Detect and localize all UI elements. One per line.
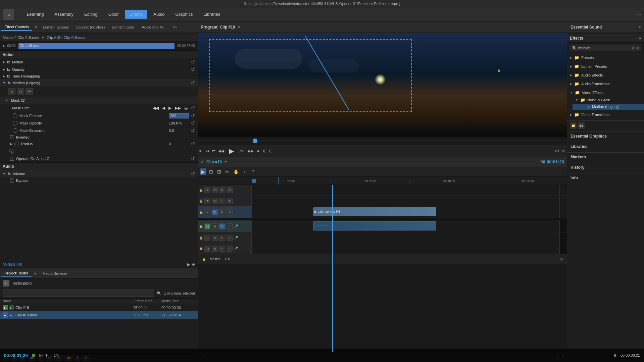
ctrl-expand[interactable]: >>	[555, 149, 559, 153]
v3-eye-btn[interactable]: 👁	[204, 187, 210, 193]
operate-on-alpha-reset[interactable]: ↺	[191, 156, 195, 161]
project-menu-icon[interactable]: ≡	[32, 270, 38, 277]
effects-search-clear[interactable]: ✕	[632, 46, 635, 50]
a3-s-btn[interactable]: S	[227, 246, 233, 252]
effects-search-input[interactable]	[578, 46, 630, 50]
ctrl-overwrite[interactable]: ⊟	[269, 149, 273, 153]
monitor-scrubber[interactable]	[198, 137, 567, 145]
opacity-reset[interactable]: ↺	[191, 67, 195, 72]
timeline-menu-icon[interactable]: ≡	[225, 160, 227, 164]
v1-lock-icon[interactable]: 🔒	[199, 211, 203, 214]
mask-ellipse-tool[interactable]: ○	[8, 88, 15, 95]
mask-rect-tool[interactable]: □	[17, 88, 24, 95]
a2-sync-btn[interactable]: ⊞	[212, 235, 218, 241]
ec-clip-bar[interactable]: Clip #19.mov	[18, 43, 175, 49]
folder-noise-grain-row[interactable]: ▼ 📁 Noise & Grain	[573, 96, 644, 104]
tab-audio[interactable]: Audio	[149, 10, 169, 19]
v3-eye2-btn[interactable]: 👁	[227, 187, 233, 193]
mask-next-frame[interactable]: ▶▶	[174, 105, 182, 111]
a3-m-btn[interactable]: M	[219, 246, 225, 252]
project-search-icon[interactable]: 🔍	[157, 291, 161, 296]
ctrl-step-back[interactable]: ⏮	[205, 149, 209, 153]
effect-controls-menu-icon[interactable]: ≡	[33, 24, 39, 31]
ctrl-add[interactable]: ⊕	[562, 149, 565, 153]
timeline-close-icon[interactable]: ✕	[201, 160, 204, 164]
operate-on-alpha-checkbox[interactable]	[10, 157, 14, 161]
folder-video-transitions-row[interactable]: ▶ 📁 Video Transitions	[567, 111, 644, 118]
libraries-title[interactable]: Libraries	[567, 142, 644, 151]
mask-pen-tool[interactable]: ✏	[26, 88, 33, 95]
mask-feather-reset[interactable]: ↺	[191, 113, 195, 118]
clip-link[interactable]: Clip #19 • Clip #19.mov	[47, 36, 85, 40]
v1-eye-btn[interactable]: 👁	[204, 209, 210, 215]
a2-btn[interactable]: A2	[204, 235, 210, 241]
v3-sync-btn[interactable]: ⊞	[219, 187, 225, 193]
timeline-current-timecode[interactable]: 00:00:01:20	[540, 159, 564, 164]
tab-color[interactable]: Color	[104, 10, 123, 19]
tab-effects[interactable]: Effects	[125, 10, 148, 19]
opacity-header[interactable]: ▶ fx Opacity ↺	[0, 66, 198, 73]
bypass-row[interactable]: Bypass	[0, 177, 198, 184]
folder-audio-transitions-row[interactable]: ▶ 📁 Audio Transitions	[567, 80, 644, 88]
ctrl-play[interactable]: ▶	[227, 146, 236, 156]
mask-add-keyframe[interactable]: ◎	[183, 105, 189, 111]
radius-value[interactable]: 0	[169, 142, 189, 146]
time-remapping-header[interactable]: ▶ fx Time Remapping	[0, 73, 198, 79]
volume-header[interactable]: ▼ fx Volume ↺	[0, 170, 198, 177]
tab-audio-clip-mix[interactable]: Audio Clip Mi...	[138, 24, 170, 31]
mask-feather-value[interactable]: 200	[169, 113, 189, 118]
mask-path-reset[interactable]: ↺	[191, 105, 195, 111]
folder-video-effects-row[interactable]: ▼ 📁 Video Effects	[567, 89, 644, 96]
operate-on-alpha-row[interactable]: Operate On Alpha C... ↺	[0, 155, 198, 162]
folder-audio-effects-row[interactable]: ▶ 📁 Audio Effects	[567, 71, 644, 79]
mask-opacity-value[interactable]: 100.0 %	[169, 121, 189, 125]
essential-graphics-title[interactable]: Essential Graphics	[567, 132, 644, 141]
ctrl-jog-fwd[interactable]: ▶▶	[248, 149, 254, 153]
a3-mic-icon[interactable]: 🎤	[234, 247, 238, 250]
essential-sound-menu[interactable]: ≡	[639, 25, 641, 29]
ctrl-jump-start[interactable]: ⇤	[199, 149, 203, 153]
v1-sync-btn[interactable]: ⊞	[219, 209, 225, 215]
ec-add-icon[interactable]: ⊕	[192, 262, 195, 267]
tl-tool-text[interactable]: T	[250, 168, 256, 175]
master-lock-icon[interactable]: 🔒	[202, 258, 206, 261]
markers-title[interactable]: Markers	[567, 153, 644, 161]
tl-tool-selection[interactable]: ▶	[200, 168, 206, 175]
inverted-checkbox[interactable]	[10, 135, 14, 139]
folder-presets-row[interactable]: ▶ 📁 Presets	[567, 54, 644, 61]
a1-sync-btn[interactable]: ⊞	[212, 223, 218, 229]
scrubber-head[interactable]	[253, 139, 257, 143]
median-reset[interactable]: ↺	[191, 80, 195, 86]
a3-lock-icon[interactable]: 🔒	[199, 247, 203, 250]
median-legacy-header[interactable]: ▼ fx Median (Legacy) ↺	[0, 79, 198, 87]
tab-editing[interactable]: Editing	[80, 10, 102, 19]
tab-graphics[interactable]: Graphics	[171, 10, 198, 19]
tab-media-browser[interactable]: Media Browser	[39, 270, 70, 277]
effect-item-median-legacy[interactable]: ⊞ Median (Legacy)	[573, 104, 644, 110]
mask-play[interactable]: ▶	[167, 105, 173, 111]
v2-eye2-btn[interactable]: 👁	[227, 198, 233, 204]
tab-libraries[interactable]: Libraries	[199, 10, 225, 19]
tab-effect-controls[interactable]: Effect Controls	[1, 23, 32, 31]
v3-lock-icon[interactable]: 🔒	[199, 189, 203, 192]
a1-clip[interactable]: 〜〜〜〜〜	[313, 221, 436, 230]
effects-search-extra[interactable]: ⊞	[636, 46, 639, 50]
bypass-checkbox[interactable]	[10, 178, 14, 183]
tab-lumetri-color[interactable]: Lumetri Color	[109, 24, 138, 31]
tab-source[interactable]: Source: (no clips)	[73, 24, 108, 31]
ec-play-icon[interactable]: ▶	[187, 262, 190, 267]
v2-btn[interactable]: V2	[212, 198, 218, 204]
effects-menu-icon[interactable]: ≡	[639, 36, 641, 40]
volume-reset[interactable]: ↺	[191, 171, 195, 176]
tl-tool-track-select[interactable]: ⊡	[208, 168, 214, 175]
tl-tool-hand[interactable]: ✋	[232, 168, 240, 175]
info-title[interactable]: Info	[567, 173, 644, 182]
a1-m-btn[interactable]: M	[219, 223, 225, 229]
v3-btn[interactable]: V3	[212, 187, 218, 193]
a2-s-btn[interactable]: S	[227, 235, 233, 241]
a2-mic-icon[interactable]: 🎤	[234, 236, 238, 240]
a1-btn[interactable]: A1	[204, 223, 210, 229]
ctrl-step-fwd[interactable]: ⏭	[256, 149, 260, 153]
home-button[interactable]: ⌂	[3, 9, 14, 20]
history-title[interactable]: History	[567, 163, 644, 172]
